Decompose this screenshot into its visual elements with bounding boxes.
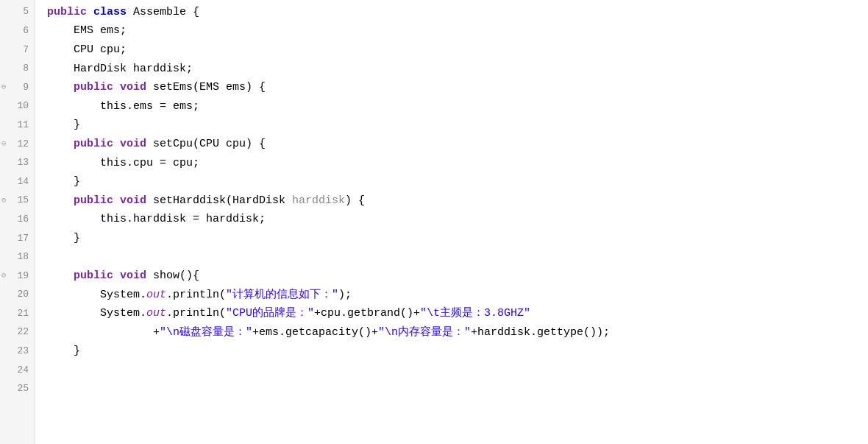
code-token: public [47,4,93,21]
fold-icon[interactable]: ⊖ [1,269,7,283]
code-line: } [47,229,868,248]
line-number: 24 [0,361,35,380]
code-token [47,267,74,285]
code-token: setCpu(CPU cpu) { [153,135,266,153]
line-number: 18 [0,248,35,267]
code-token: } [47,173,80,191]
code-token: } [47,342,80,360]
line-number: 16 [0,211,35,230]
code-token: void [120,79,153,96]
code-line [47,248,868,267]
code-editor: 5678⊖91011⊖121314⊖15161718⊖1920212223242… [0,0,868,444]
fold-icon[interactable]: ⊖ [1,81,7,94]
line-number-text: 23 [17,344,29,359]
code-token: void [120,192,153,210]
line-number-text: 6 [23,24,29,39]
code-token: public [74,192,120,210]
line-number-text: 9 [23,80,29,96]
code-line: public void setHarddisk(HardDisk harddis… [47,191,868,211]
code-token: System. [47,286,146,304]
code-token: "CPU的品牌是：" [226,305,314,323]
line-number: ⊖12 [0,135,35,154]
code-token: HardDisk harddisk; [47,60,193,78]
line-number-gutter: 5678⊖91011⊖121314⊖15161718⊖1920212223242… [0,0,35,444]
line-number-text: 22 [17,325,29,340]
code-token [47,135,74,153]
line-number: 23 [0,342,35,362]
code-token: .println( [166,305,226,323]
line-number-text: 18 [17,250,29,265]
code-line: HardDisk harddisk; [47,60,868,79]
code-token: System. [47,305,146,323]
code-token: class [93,4,133,21]
line-number-text: 5 [23,4,29,20]
line-number-text: 14 [17,175,29,190]
code-token: } [47,230,80,247]
code-line: public void setCpu(CPU cpu) { [47,135,868,154]
code-line: public void setEms(EMS ems) { [47,78,868,97]
code-token: "\t主频是：3.8GHZ" [420,305,530,323]
line-number: 8 [0,60,35,79]
code-token: "计算机的信息如下：" [226,286,338,304]
code-token: public [74,135,120,153]
code-token: .println( [166,286,226,304]
code-token: +harddisk.gettype()); [471,324,610,342]
fold-icon[interactable]: ⊖ [1,138,7,151]
line-number-text: 15 [17,193,29,208]
code-line: +"\n磁盘容量是："+ems.getcapacity()+"\n内存容量是："… [47,323,868,342]
line-number: 17 [0,229,35,248]
code-line: System.out.println("计算机的信息如下："); [47,286,868,305]
line-number: 21 [0,305,35,324]
code-line: } [47,116,868,135]
line-number: 11 [0,116,35,135]
code-line: public void show(){ [47,267,868,286]
code-token: ) { [345,192,365,210]
code-line: this.harddisk = harddisk; [47,211,868,230]
line-number: 14 [0,172,35,191]
code-token: this.harddisk = harddisk; [47,211,266,228]
code-line: this.ems = ems; [47,97,868,116]
code-line: public class Assemble { [47,3,868,22]
code-token [47,79,74,96]
line-number: 25 [0,380,35,399]
line-number: 5 [0,3,35,22]
line-number: 22 [0,323,35,342]
code-token: out [146,286,166,304]
line-number-text: 13 [17,155,29,171]
line-number: 10 [0,97,35,116]
code-token: } [47,116,80,134]
line-number-text: 24 [17,363,29,378]
line-number: 7 [0,40,35,60]
code-token: EMS ems; [47,22,127,40]
code-token: + [47,324,160,342]
code-token: setEms(EMS ems) { [153,79,266,96]
code-line: EMS ems; [47,22,868,41]
code-token: public [74,79,120,96]
code-token: harddisk [292,192,345,210]
line-number: 6 [0,22,35,41]
line-number: 20 [0,286,35,305]
code-line [47,380,868,399]
line-number: 13 [0,154,35,173]
code-token: this.ems = ems; [47,98,199,116]
code-token: public [74,267,120,285]
code-token: +cpu.getbrand()+ [314,305,420,323]
line-number: ⊖9 [0,78,35,97]
line-number-text: 11 [17,118,29,133]
code-token: "\n磁盘容量是：" [160,324,252,342]
code-token [47,192,74,210]
line-number-text: 7 [23,43,29,58]
code-token: setHarddisk(HardDisk [153,192,292,210]
code-token: void [120,135,153,153]
line-number-text: 16 [17,212,29,228]
line-number: ⊖15 [0,191,35,211]
fold-icon[interactable]: ⊖ [1,194,7,208]
line-number-text: 17 [17,231,29,247]
line-number-text: 8 [23,61,29,77]
code-token: show(){ [153,267,199,285]
line-number-text: 25 [17,381,29,397]
line-number-text: 20 [17,287,29,303]
code-line: CPU cpu; [47,40,868,60]
code-token: this.cpu = cpu; [47,155,199,172]
line-number-text: 21 [17,306,29,322]
